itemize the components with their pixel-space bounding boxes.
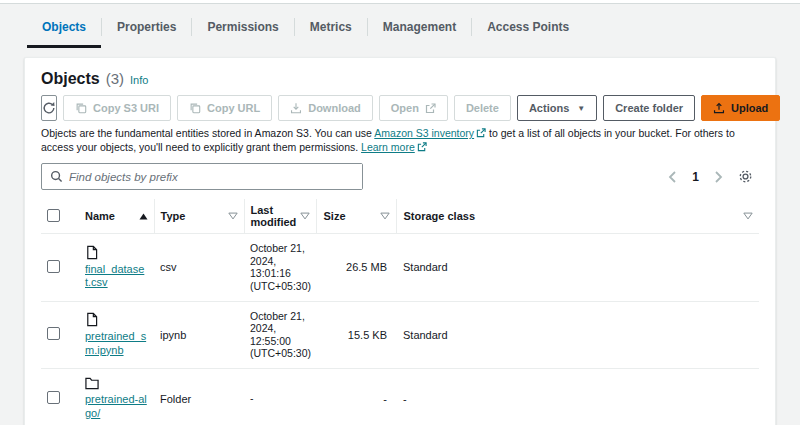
object-type: csv xyxy=(154,234,244,301)
object-last-modified: - xyxy=(244,368,317,425)
copy-icon xyxy=(189,102,201,114)
storage-class-header-label: Storage class xyxy=(403,210,475,222)
tab-management-label: Management xyxy=(383,20,456,34)
tab-properties-label: Properties xyxy=(117,20,176,34)
tab-management[interactable]: Management xyxy=(368,8,471,48)
current-page[interactable]: 1 xyxy=(692,170,699,184)
objects-panel: Objects (3) Info Copy S3 URI Copy URL Do xyxy=(24,57,776,425)
table-row: pretrained_sm.ipynb ipynb October 21, 20… xyxy=(41,301,759,368)
page-title: Objects xyxy=(41,70,100,88)
external-link-icon xyxy=(417,142,427,154)
upload-button[interactable]: Upload xyxy=(701,95,780,121)
size-column-header[interactable]: Size xyxy=(317,199,397,234)
object-storage-class: Standard xyxy=(397,301,759,368)
external-link-icon xyxy=(476,128,486,140)
storage-class-column-header[interactable]: Storage class xyxy=(397,199,759,234)
objects-table: Name Type Last modified Size Storage cla… xyxy=(41,199,759,425)
preferences-gear-icon[interactable] xyxy=(738,169,753,184)
previous-page-button[interactable] xyxy=(668,171,677,183)
object-link[interactable]: pretrained_sm.ipynb xyxy=(85,330,146,356)
object-size: 26.5 MB xyxy=(317,234,397,301)
size-header-label: Size xyxy=(323,210,345,222)
download-button[interactable]: Download xyxy=(278,95,373,121)
bucket-tabs: Objects Properties Permissions Metrics M… xyxy=(0,4,800,48)
tab-properties[interactable]: Properties xyxy=(102,8,191,48)
object-size: 15.5 KB xyxy=(317,301,397,368)
tab-metrics[interactable]: Metrics xyxy=(295,8,367,48)
row-checkbox[interactable] xyxy=(47,327,60,340)
type-header-label: Type xyxy=(161,210,186,222)
copy-s3-uri-button[interactable]: Copy S3 URI xyxy=(63,95,171,121)
open-button[interactable]: Open xyxy=(379,95,448,121)
pagination: 1 xyxy=(668,169,753,184)
list-controls: 1 xyxy=(41,163,759,190)
object-storage-class: - xyxy=(397,368,759,425)
refresh-icon xyxy=(42,101,56,115)
open-label: Open xyxy=(391,102,419,114)
chevron-down-icon: ▼ xyxy=(577,104,585,113)
create-folder-label: Create folder xyxy=(615,102,683,114)
tab-permissions-label: Permissions xyxy=(207,20,278,34)
panel-header: Objects (3) Info xyxy=(41,70,759,88)
object-link[interactable]: pretrained-algo/ xyxy=(85,393,147,419)
sort-ascending-icon xyxy=(139,213,148,220)
objects-toolbar: Copy S3 URI Copy URL Download Open Delet… xyxy=(41,95,759,121)
panel-description: Objects are the fundamental entities sto… xyxy=(41,127,759,154)
delete-button[interactable]: Delete xyxy=(454,95,511,121)
tab-access-points-label: Access Points xyxy=(487,20,569,34)
actions-label: Actions xyxy=(529,102,569,114)
filter-icon[interactable] xyxy=(228,212,238,220)
tab-permissions[interactable]: Permissions xyxy=(192,8,293,48)
learn-more-link-label: Learn more xyxy=(361,141,415,153)
create-folder-button[interactable]: Create folder xyxy=(603,95,695,121)
download-icon xyxy=(290,102,302,114)
learn-more-link[interactable]: Learn more xyxy=(361,141,415,153)
tab-access-points[interactable]: Access Points xyxy=(472,8,584,48)
s3-inventory-link[interactable]: Amazon S3 inventory xyxy=(374,127,474,139)
object-last-modified: October 21, 2024, 13:01:16 (UTC+05:30) xyxy=(244,234,317,301)
search-box xyxy=(41,163,363,190)
filter-icon[interactable] xyxy=(300,212,310,220)
description-text: Objects are the fundamental entities sto… xyxy=(41,127,374,139)
filter-icon[interactable] xyxy=(743,212,753,220)
search-input[interactable] xyxy=(69,164,362,189)
delete-label: Delete xyxy=(466,102,499,114)
table-header-row: Name Type Last modified Size Storage cla… xyxy=(41,199,759,234)
tab-metrics-label: Metrics xyxy=(310,20,352,34)
tab-objects-label: Objects xyxy=(42,20,86,34)
next-page-button[interactable] xyxy=(714,171,723,183)
s3-inventory-link-label: Amazon S3 inventory xyxy=(374,127,474,139)
object-size: - xyxy=(317,368,397,425)
filter-icon[interactable] xyxy=(380,212,390,220)
external-link-icon xyxy=(425,103,436,114)
upload-label: Upload xyxy=(731,102,768,114)
tab-objects[interactable]: Objects xyxy=(27,8,101,48)
copy-url-label: Copy URL xyxy=(207,102,260,114)
object-type: ipynb xyxy=(154,301,244,368)
copy-s3-uri-label: Copy S3 URI xyxy=(93,102,159,114)
actions-button[interactable]: Actions ▼ xyxy=(517,95,597,121)
search-icon xyxy=(50,170,63,183)
type-column-header[interactable]: Type xyxy=(154,199,244,234)
object-last-modified: October 21, 2024, 12:55:00 (UTC+05:30) xyxy=(244,301,317,368)
object-type: Folder xyxy=(154,368,244,425)
select-all-header xyxy=(41,199,79,234)
row-checkbox[interactable] xyxy=(47,391,60,404)
copy-url-button[interactable]: Copy URL xyxy=(177,95,272,121)
refresh-button[interactable] xyxy=(41,95,57,121)
select-all-checkbox[interactable] xyxy=(47,209,60,222)
name-header-label: Name xyxy=(85,210,115,222)
object-link[interactable]: final_dataset.csv xyxy=(85,263,144,289)
upload-icon xyxy=(713,102,725,114)
last-modified-column-header[interactable]: Last modified xyxy=(244,199,317,234)
row-checkbox[interactable] xyxy=(47,260,60,273)
download-label: Download xyxy=(308,102,361,114)
info-link[interactable]: Info xyxy=(130,74,148,86)
table-row: pretrained-algo/ Folder - - - xyxy=(41,368,759,425)
last-modified-header-label: Last modified xyxy=(251,204,297,228)
name-column-header[interactable]: Name xyxy=(79,199,154,234)
file-icon xyxy=(85,245,148,260)
table-row: final_dataset.csv csv October 21, 2024, … xyxy=(41,234,759,301)
object-storage-class: Standard xyxy=(397,234,759,301)
copy-icon xyxy=(75,102,87,114)
